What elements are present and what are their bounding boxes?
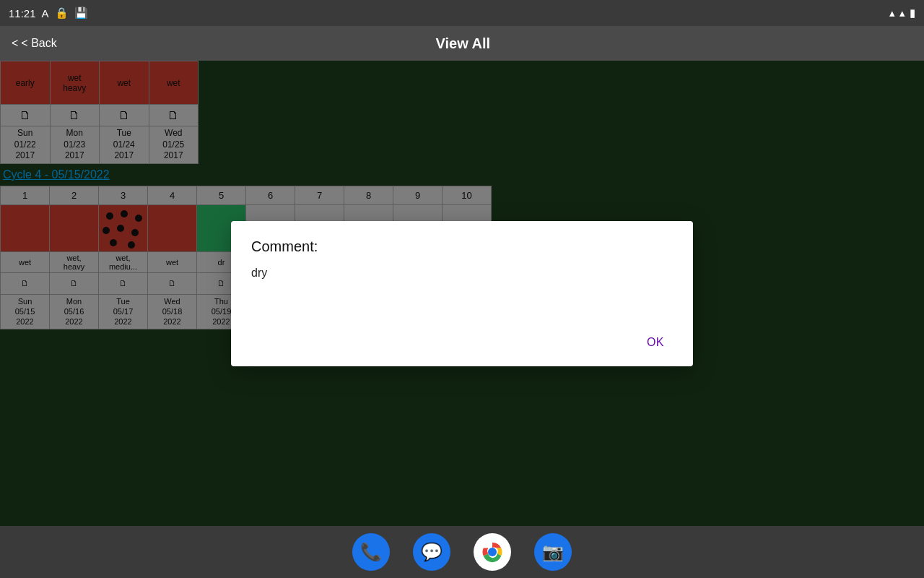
phone-icon: 📞 bbox=[360, 542, 382, 562]
modal-dialog: Comment: dry OK bbox=[231, 221, 693, 366]
phone-button[interactable]: 📞 bbox=[352, 533, 390, 571]
chrome-icon bbox=[481, 541, 503, 563]
signal-icon: ▴ bbox=[899, 7, 905, 20]
status-time: 11:21 bbox=[9, 7, 36, 20]
modal-actions: OK bbox=[251, 324, 673, 355]
message-icon: 💬 bbox=[421, 542, 443, 562]
status-bar: 11:21 A 🔒 💾 ▴ ▴ ▮ bbox=[0, 0, 924, 26]
camera-button[interactable]: 📷 bbox=[534, 533, 572, 571]
modal-overlay: Comment: dry OK bbox=[0, 61, 924, 526]
page-title: View All bbox=[57, 35, 869, 52]
back-label: < Back bbox=[21, 37, 56, 50]
modal-content: dry bbox=[251, 267, 673, 324]
main-content: early wetheavy wet wet 🗋 bbox=[0, 61, 924, 526]
back-button[interactable]: < < Back bbox=[12, 37, 57, 50]
modal-ok-button[interactable]: OK bbox=[638, 330, 673, 355]
status-lock-icon: 🔒 bbox=[55, 7, 69, 20]
status-right: ▴ ▴ ▮ bbox=[889, 7, 915, 20]
modal-title: Comment: bbox=[251, 238, 673, 255]
status-a-icon: A bbox=[42, 7, 49, 20]
status-sim-icon: 💾 bbox=[74, 7, 88, 20]
top-bar: < < Back View All bbox=[0, 26, 924, 61]
back-chevron-icon: < bbox=[12, 37, 18, 50]
chrome-button[interactable] bbox=[474, 533, 511, 571]
status-left: 11:21 A 🔒 💾 bbox=[9, 7, 88, 20]
svg-point-10 bbox=[489, 548, 496, 556]
battery-icon: ▮ bbox=[910, 7, 915, 20]
camera-icon: 📷 bbox=[542, 542, 564, 562]
wifi-icon: ▴ bbox=[889, 7, 895, 20]
messages-button[interactable]: 💬 bbox=[413, 533, 450, 571]
bottom-nav: 📞 💬 📷 bbox=[0, 526, 924, 578]
